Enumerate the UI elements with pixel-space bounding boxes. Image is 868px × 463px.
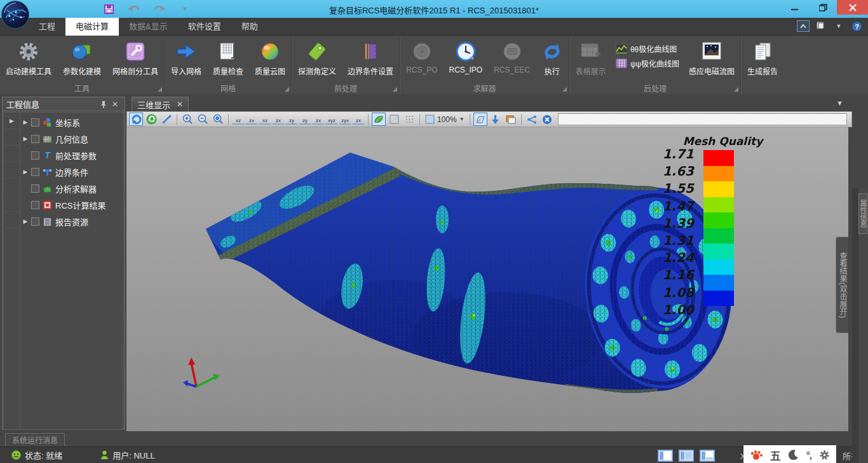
display-style-icon[interactable] [815, 20, 827, 32]
pin-icon[interactable] [98, 99, 109, 109]
checkbox[interactable] [31, 118, 39, 127]
view-results-vertical-tab[interactable]: 查看结果(双击展开) [836, 237, 848, 333]
view-orientation-button[interactable]: zx [352, 114, 365, 125]
tab-software-settings[interactable]: 软件设置 [178, 18, 231, 36]
tree-item-preprocess-params[interactable]: T 前处理参数 [21, 147, 123, 163]
checkbox[interactable] [31, 218, 39, 226]
zoom-fit-button[interactable] [211, 113, 225, 126]
rcs-po-button[interactable]: RCS_PO [400, 38, 443, 81]
rcs-ipo-button[interactable]: RCS_IPO [443, 38, 488, 81]
view-buttons: xzzxxzzxzyzyzxxyzzyxzx [232, 114, 365, 125]
view-orientation-button[interactable]: zx [245, 114, 258, 125]
shaded-view-button[interactable] [372, 113, 386, 126]
expand-icon[interactable]: ▶ [22, 169, 29, 175]
panel-close-icon[interactable]: ✕ [109, 99, 121, 109]
ime-punctuation-label[interactable]: °, [806, 450, 811, 460]
tab-data-display[interactable]: 数据&显示 [119, 18, 178, 36]
checkbox[interactable] [31, 135, 39, 143]
ime-moon-icon[interactable] [789, 450, 799, 460]
gutter-arrow-icon[interactable]: ▶ [4, 113, 20, 129]
checkbox[interactable] [31, 168, 39, 176]
checkbox[interactable] [31, 201, 39, 209]
share-link-button[interactable] [525, 113, 539, 126]
expand-icon[interactable]: ▶ [22, 218, 29, 225]
window-layers-button[interactable] [504, 113, 518, 126]
zoom-level-control[interactable]: 100% ▼ [423, 114, 466, 124]
layout-bottom-panel-icon[interactable] [700, 450, 715, 462]
psi-polarization-curve-button[interactable]: ψψ极化曲线图 [616, 58, 679, 69]
parametric-modeling-button[interactable]: 参数化建模 [57, 38, 107, 81]
tab-list-dropdown-icon[interactable]: ▼ [836, 99, 843, 107]
detect-angle-button[interactable]: 探测角定义 [292, 38, 342, 81]
checkbox[interactable] [31, 151, 39, 160]
layout-left-panel-icon[interactable] [658, 450, 673, 462]
view-orientation-button[interactable]: zyx [339, 114, 351, 125]
properties-vertical-tab[interactable]: 属性信息 [858, 193, 867, 234]
tab-project[interactable]: 工程 [29, 18, 65, 36]
quality-check-button[interactable]: 质量检查 [207, 38, 249, 81]
tree-item-geometry-info[interactable]: ▶ 几何信息 [21, 130, 123, 147]
tree-item-report-resources[interactable]: ▶ 报告资源 [21, 213, 123, 230]
close-view-button[interactable] [540, 113, 554, 126]
generate-report-button[interactable]: 生成报告 [742, 38, 783, 81]
table-display-button[interactable]: 表格展示 [570, 38, 612, 81]
app-logo-icon[interactable] [1, 1, 29, 29]
system-messages-tab[interactable]: 系统运行消息 [5, 433, 65, 446]
pan-view-button[interactable] [159, 113, 173, 126]
boundary-conditions-button[interactable]: 边界条件设置 [342, 38, 399, 81]
meshing-tool-button[interactable]: 网格剖分工具 [107, 38, 164, 81]
dialog-launcher-icon[interactable] [734, 87, 738, 92]
collapse-ribbon-icon[interactable] [797, 20, 810, 32]
rcs-eec-button[interactable]: RCS_EEC [488, 38, 536, 81]
view-orientation-button[interactable]: zx [312, 114, 325, 125]
tab-close-icon[interactable]: ✕ [177, 100, 183, 109]
close-button[interactable] [837, 0, 868, 15]
theta-polarization-curve-button[interactable]: θθ极化曲线图 [616, 43, 679, 54]
restore-button[interactable] [809, 0, 837, 15]
rotate-view-button[interactable] [129, 113, 143, 126]
dialog-launcher-icon[interactable] [562, 87, 567, 92]
ime-toolbar[interactable]: 五 °, [743, 445, 836, 463]
expand-icon[interactable]: ▶ [22, 119, 29, 125]
refresh-view-button[interactable] [144, 113, 158, 126]
tab-em-computation[interactable]: 电磁计算 [65, 18, 119, 36]
tree-item-analysis-solver[interactable]: 分析求解器 [21, 180, 123, 197]
induced-current-map-button[interactable]: 感应电磁流图 [683, 38, 740, 81]
ime-mode-label[interactable]: 五 [770, 447, 781, 463]
display-dropdown-icon[interactable]: ▼ [832, 20, 845, 32]
dialog-launcher-icon[interactable] [393, 87, 397, 92]
dialog-launcher-icon[interactable] [285, 87, 289, 92]
tab-3d-display[interactable]: 三维显示 ✕ [132, 97, 189, 111]
view-orientation-button[interactable]: zy [285, 114, 298, 125]
ime-paw-icon[interactable] [750, 449, 763, 460]
view-orientation-button[interactable]: zx [272, 114, 285, 125]
import-view-button[interactable] [489, 113, 503, 126]
view-orientation-button[interactable]: xyz [325, 114, 338, 125]
zoom-out-button[interactable] [196, 113, 210, 126]
tree-item-rcs-results[interactable]: RCS计算结果 [21, 197, 123, 213]
ime-settings-gear-icon[interactable] [819, 450, 830, 460]
tab-help[interactable]: 帮助 [231, 18, 268, 36]
dialog-launcher-icon[interactable] [158, 87, 162, 92]
view-orientation-button[interactable]: zy [299, 114, 311, 125]
select-region-button[interactable] [473, 113, 487, 126]
checkbox[interactable] [31, 184, 39, 193]
import-mesh-button[interactable]: 导入网格 [165, 38, 207, 81]
zoom-in-button[interactable] [180, 113, 194, 126]
help-icon[interactable]: ? [850, 20, 863, 32]
quality-contour-button[interactable]: 质量云图 [249, 38, 291, 81]
points-view-button[interactable] [402, 113, 416, 126]
view-orientation-button[interactable]: xz [259, 114, 271, 125]
launch-modeling-tool-button[interactable]: 启动建模工具 [0, 38, 57, 81]
view-orientation-button[interactable]: xz [232, 114, 245, 125]
3d-canvas[interactable]: Mesh Quality 1.711.631.551.471.391.311.2… [126, 127, 848, 433]
report-resource-icon [42, 216, 53, 227]
expand-icon[interactable]: ▶ [22, 135, 29, 142]
zoom-dropdown-icon[interactable]: ▼ [459, 116, 465, 122]
tree-item-coordinate-system[interactable]: ▶ 坐标系 [21, 114, 123, 130]
minimize-button[interactable] [781, 0, 809, 15]
tree-item-boundary-conditions[interactable]: ▶ 边界条件 [21, 163, 123, 180]
layout-split-panel-icon[interactable] [679, 450, 694, 462]
execute-button[interactable]: 执行 [536, 38, 569, 81]
wireframe-view-button[interactable] [387, 113, 401, 126]
